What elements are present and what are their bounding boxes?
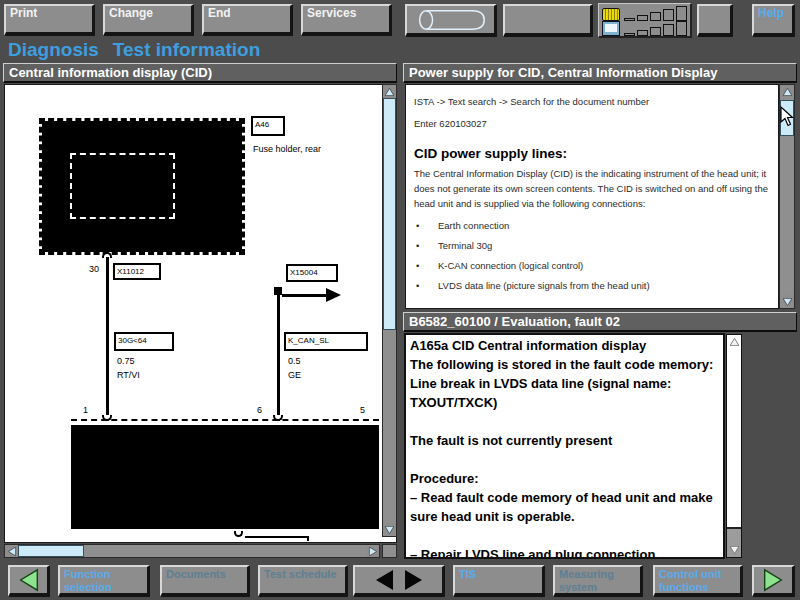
wire-left-circuit-box: 30G<64: [114, 332, 174, 351]
services-button[interactable]: Services: [301, 4, 392, 36]
fault-line: [410, 450, 719, 469]
scroll-down-button[interactable]: [727, 543, 741, 557]
scroll-up-button[interactable]: [727, 335, 741, 349]
fault-line: The following is stored in the fault cod…: [410, 355, 719, 374]
cid-block: [71, 425, 379, 529]
wire-left-circuit: 30G<64: [118, 336, 147, 345]
documents-label: Documents: [162, 567, 247, 582]
diagram-vertical-scrollbar[interactable]: [382, 84, 397, 537]
black-prev-next-arrows-icon: [373, 569, 425, 591]
fault-line: [410, 526, 719, 545]
fault-line: – Repair LVDS line and plug connection: [410, 545, 719, 559]
doc-enter-line: Enter 620103027: [414, 118, 770, 129]
function-selection-button[interactable]: Function selection: [58, 565, 150, 597]
bullet-text: Earth connection: [438, 220, 509, 231]
test-schedule-button[interactable]: Test schedule: [258, 565, 348, 597]
bullet-text: K-CAN connection (logical control): [438, 260, 583, 271]
bullet-icon: •: [414, 260, 438, 271]
scroll-up-button[interactable]: [383, 85, 396, 98]
cylinder-gauge-icon: [413, 8, 489, 32]
scroll-up-button[interactable]: [780, 85, 794, 98]
help-button[interactable]: Help: [752, 4, 795, 37]
bullet-icon: •: [414, 280, 438, 291]
diagram-horizontal-scrollbar[interactable]: [4, 544, 380, 558]
fuse-holder-block: [39, 118, 245, 255]
bullet-text: Terminal 30g: [438, 240, 492, 251]
wire-left: [106, 257, 109, 421]
right-bottom-panel-header: B6582_60100 / Evaluation, fault 02: [403, 312, 797, 332]
bullet-icon: •: [414, 240, 438, 251]
documents-button[interactable]: Documents: [160, 565, 250, 597]
scroll-down-icon: [730, 546, 739, 554]
change-button[interactable]: Change: [103, 4, 194, 36]
connector-right-box: X15004: [286, 264, 338, 282]
tis-button[interactable]: TIS: [453, 565, 545, 597]
green-forward-arrow-icon: [761, 568, 785, 592]
battery-level-bars: [624, 6, 687, 21]
doc-bullet-item: • Earth connection: [414, 220, 770, 231]
print-label: Print: [6, 6, 92, 22]
forward-button[interactable]: [752, 565, 795, 597]
page-prev-next-button[interactable]: [353, 565, 445, 597]
back-button[interactable]: [8, 565, 50, 597]
scroll-down-icon: [385, 526, 394, 534]
test-schedule-label: Test schedule: [260, 567, 345, 582]
fault-vertical-scrollbar[interactable]: [726, 334, 742, 558]
arrow-shaft: [282, 294, 327, 297]
blank-button-1[interactable]: [503, 4, 593, 37]
control-unit-functions-button[interactable]: Control unit functions: [653, 565, 743, 597]
tis-label: TIS: [455, 567, 542, 582]
scroll-down-button[interactable]: [780, 295, 794, 308]
fault-line: [410, 412, 719, 431]
scroll-right-icon: [369, 547, 377, 556]
connector-left-code: X11012: [117, 267, 144, 276]
blank-button-2[interactable]: [697, 4, 733, 37]
pin-number-5: 5: [360, 405, 365, 415]
help-label: Help: [754, 6, 792, 22]
fault-line: Procedure:: [410, 469, 719, 488]
scroll-down-button[interactable]: [383, 523, 396, 536]
component-caption: Fuse holder, rear: [253, 144, 321, 154]
end-button[interactable]: End: [202, 4, 293, 36]
connector-left-box: X11012: [113, 263, 161, 280]
fault-title: B6582_60100 / Evaluation, fault 02: [409, 314, 620, 329]
mouse-cursor: [780, 106, 795, 127]
vertical-scroll-thumb[interactable]: [383, 98, 396, 330]
connection-level-bars: [624, 21, 687, 36]
left-panel-title: Central information display (CID): [9, 65, 212, 80]
services-label: Services: [303, 6, 389, 22]
fuse-holder-inner-outline: [70, 153, 175, 219]
bottom-bracket-line: [245, 536, 309, 541]
arrow-head-icon: [326, 288, 341, 302]
fault-line: Line break in LVDS data line (signal nam…: [410, 374, 719, 412]
left-panel-header: Central information display (CID): [3, 63, 397, 83]
horizontal-scroll-thumb[interactable]: [18, 545, 84, 557]
terminal-30-label: 30: [63, 264, 99, 274]
connector-right-code: X15004: [290, 268, 318, 277]
document-body: ISTA -> Text search -> Search for the do…: [405, 84, 779, 309]
scroll-down-icon: [783, 298, 792, 306]
status-indicator-panel: [598, 3, 692, 38]
cid-top-dashed-edge: [71, 419, 379, 421]
vertical-scroll-thumb[interactable]: [727, 349, 741, 529]
wire-right-circuit-box: K_CAN_SL: [284, 332, 368, 351]
bullet-text: LVDS data line (picture signals from the…: [438, 280, 650, 291]
fault-line: The fault is not currently present: [410, 431, 719, 450]
battery-status-row: [602, 6, 687, 21]
gauge-button[interactable]: [405, 4, 497, 37]
scroll-left-button[interactable]: [5, 545, 18, 557]
wire-left-size: 0.75: [117, 356, 135, 366]
pin-number-1: 1: [83, 405, 88, 415]
wire-right-size: 0.5: [288, 356, 301, 366]
measuring-system-button[interactable]: Measuring system: [553, 565, 643, 597]
scrollbar-corner: [382, 544, 397, 558]
scroll-right-button[interactable]: [366, 545, 379, 557]
connection-status-row: [602, 21, 687, 36]
component-code: A46: [255, 120, 269, 129]
print-button[interactable]: Print: [4, 4, 95, 36]
title-view: Test information: [113, 39, 260, 60]
scroll-up-icon: [783, 88, 792, 96]
scroll-up-icon: [730, 338, 739, 346]
control-unit-functions-label: Control unit functions: [655, 567, 740, 594]
ista-diagnostic-screen: Print Change End Services Help: [0, 0, 800, 600]
